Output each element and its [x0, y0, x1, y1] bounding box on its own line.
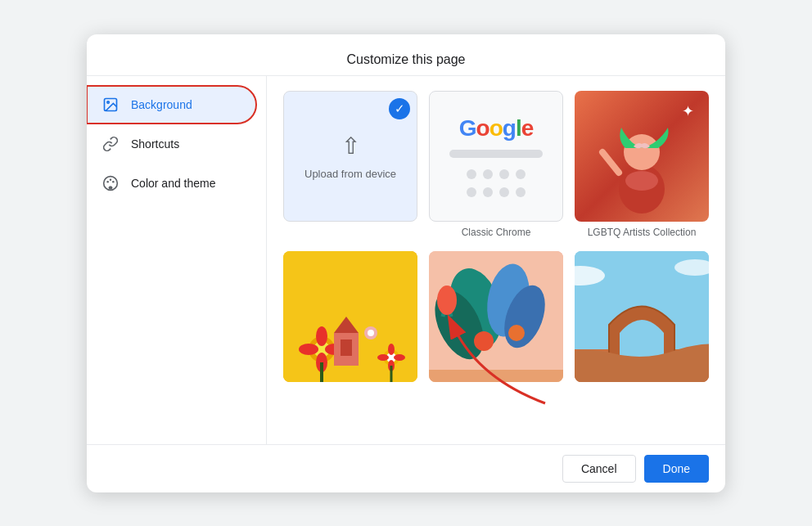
grid-item-floral[interactable]: [283, 251, 417, 382]
sidebar-item-background-label: Background: [131, 98, 192, 111]
svg-point-36: [508, 325, 525, 341]
classic-chrome-label: Classic Chrome: [429, 222, 563, 240]
svg-point-9: [625, 171, 658, 191]
svg-point-15: [299, 344, 318, 355]
cancel-button[interactable]: Cancel: [562, 455, 636, 483]
svg-point-19: [388, 344, 395, 355]
svg-point-21: [377, 354, 389, 361]
google-logo: Google: [459, 115, 533, 142]
svg-point-22: [394, 354, 405, 361]
dialog-body: Background Shortcuts: [87, 76, 725, 444]
dots-row-1: [467, 169, 526, 179]
svg-point-5: [112, 181, 115, 183]
upload-icon: ⇧: [341, 133, 360, 160]
link-icon: [102, 135, 120, 153]
grid-item-lgbtq[interactable]: ✦: [575, 91, 709, 240]
grid-item-plants[interactable]: [429, 251, 563, 382]
image-icon: [102, 96, 120, 114]
grid-item-arch[interactable]: [575, 251, 709, 382]
svg-point-37: [437, 285, 457, 315]
upload-label: Upload from device: [304, 168, 396, 180]
star-decoration: ✦: [682, 102, 694, 120]
search-bar-mock: [449, 150, 542, 158]
lgbtq-illustration: [593, 99, 691, 214]
floral-illustration: [283, 251, 417, 382]
grid-item-classic-chrome[interactable]: Google Classic Chrome: [429, 91, 563, 240]
sidebar-item-color-and-theme[interactable]: Color and theme: [87, 164, 256, 202]
palette-icon: [102, 174, 120, 192]
svg-point-13: [316, 326, 327, 346]
svg-line-8: [602, 152, 619, 173]
sidebar-item-shortcuts[interactable]: Shortcuts: [87, 125, 256, 163]
main-content: ✓ ⇧ Upload from device Google: [267, 76, 725, 444]
svg-point-4: [110, 178, 112, 181]
lgbtq-label: LGBTQ Artists Collection: [575, 222, 709, 240]
dialog-title: Customize this page: [87, 34, 725, 76]
background-grid: ✓ ⇧ Upload from device Google: [283, 91, 709, 382]
dots-row-2: [467, 187, 526, 197]
done-button[interactable]: Done: [644, 455, 709, 483]
plants-illustration: [429, 251, 563, 382]
svg-point-26: [368, 330, 374, 336]
sidebar-item-background[interactable]: Background: [87, 86, 256, 124]
svg-point-1: [107, 101, 110, 103]
svg-point-3: [106, 181, 109, 183]
svg-rect-28: [341, 339, 352, 356]
dialog-footer: Cancel Done: [87, 444, 725, 492]
sidebar-item-color-and-theme-label: Color and theme: [131, 177, 216, 190]
sidebar-item-shortcuts-label: Shortcuts: [131, 137, 179, 151]
grid-item-upload[interactable]: ✓ ⇧ Upload from device: [283, 91, 417, 240]
svg-point-35: [474, 331, 494, 351]
selected-checkmark: ✓: [389, 98, 410, 119]
svg-rect-38: [429, 370, 563, 382]
customize-dialog: Customize this page Background: [87, 34, 725, 492]
arch-illustration: [575, 251, 709, 382]
sidebar: Background Shortcuts: [87, 76, 267, 444]
